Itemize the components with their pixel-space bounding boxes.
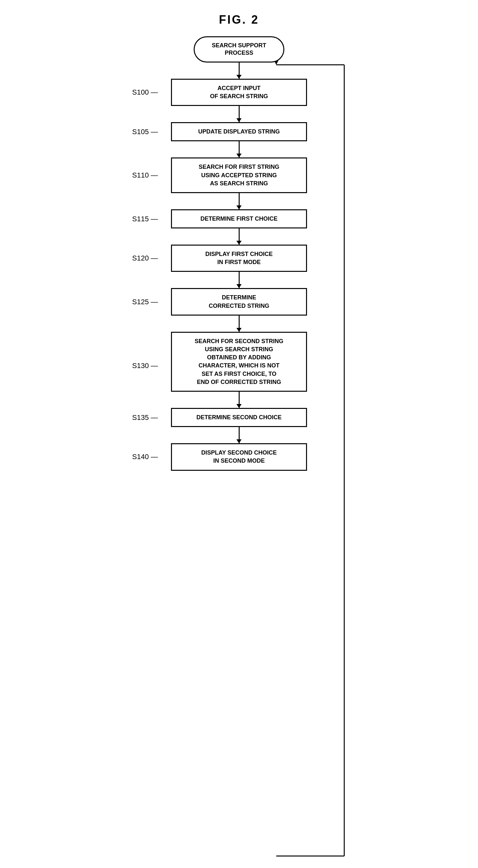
step-label-s105: S105 — — [132, 128, 158, 136]
step-s140-box: DISPLAY SECOND CHOICEIN SECOND MODE — [171, 443, 307, 470]
flowchart: SEARCH SUPPORTPROCESS S100 — ACCEPT INPU… — [113, 36, 365, 490]
step-s100-row: S100 — ACCEPT INPUTOF SEARCH STRING — [113, 79, 365, 106]
step-s105-box: UPDATE DISPLAYED STRING — [171, 122, 307, 141]
step-s115-box: DETERMINE FIRST CHOICE — [171, 209, 307, 228]
step-s120-row: S120 — DISPLAY FIRST CHOICEIN FIRST MODE — [113, 245, 365, 272]
step-s130-row: S130 — SEARCH FOR SECOND STRINGUSING SEA… — [113, 332, 365, 392]
step-label-s130: S130 — — [132, 362, 158, 370]
step-label-s120: S120 — — [132, 254, 158, 262]
step-s110-box: SEARCH FOR FIRST STRINGUSING ACCEPTED ST… — [171, 157, 307, 193]
figure-title: FIG. 2 — [219, 13, 259, 27]
step-s125-row: S125 — DETERMINECORRECTED STRING — [113, 288, 365, 315]
step-s110-row: S110 — SEARCH FOR FIRST STRINGUSING ACCE… — [113, 157, 365, 193]
step-label-s140: S140 — — [132, 453, 158, 461]
step-s135-row: S135 — DETERMINE SECOND CHOICE — [113, 408, 365, 427]
step-s125-box: DETERMINECORRECTED STRING — [171, 288, 307, 315]
step-label-s110: S110 — — [132, 171, 158, 180]
start-oval: SEARCH SUPPORTPROCESS — [194, 36, 284, 63]
step-s120-box: DISPLAY FIRST CHOICEIN FIRST MODE — [171, 245, 307, 272]
step-label-s125: S125 — — [132, 298, 158, 306]
step-s100-box: ACCEPT INPUTOF SEARCH STRING — [171, 79, 307, 106]
step-label-s135: S135 — — [132, 413, 158, 422]
step-s135-box: DETERMINE SECOND CHOICE — [171, 408, 307, 427]
step-label-s115: S115 — — [132, 215, 158, 223]
start-node-wrapper: SEARCH SUPPORTPROCESS — [113, 36, 365, 63]
step-label-s100: S100 — — [132, 88, 158, 97]
step-s140-row: S140 — DISPLAY SECOND CHOICEIN SECOND MO… — [113, 443, 365, 470]
step-s105-row: S105 — UPDATE DISPLAYED STRING — [113, 122, 365, 141]
page: FIG. 2 SEARCH SUPPORTPROCESS S100 — — [113, 13, 365, 490]
step-s130-box: SEARCH FOR SECOND STRINGUSING SEARCH STR… — [171, 332, 307, 392]
step-s115-row: S115 — DETERMINE FIRST CHOICE — [113, 209, 365, 228]
